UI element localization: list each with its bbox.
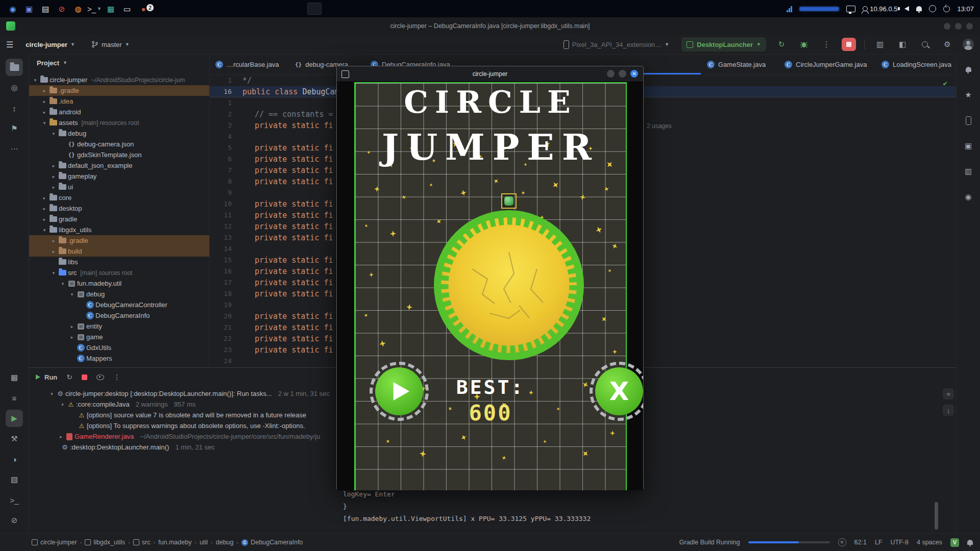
game-minimize-icon[interactable] — [607, 70, 615, 78]
tree-item-libgdx-utils[interactable]: ▾libgdx_utils — [29, 224, 209, 235]
soft-wrap-icon[interactable]: ≈ — [943, 388, 954, 399]
device-manager-icon[interactable] — [960, 112, 977, 129]
tree-item-debugcamerainfo[interactable]: CDebugCameraInfo — [29, 310, 209, 321]
maximize-button[interactable] — [955, 23, 962, 30]
assistant-icon[interactable]: ★ — [960, 86, 977, 104]
breadcrumb-item-debugcamerainfo[interactable]: CDebugCameraInfo — [241, 539, 303, 546]
exit-button[interactable]: X — [590, 362, 643, 421]
tree-item-ui[interactable]: ▸ui — [29, 182, 209, 192]
play-button[interactable] — [370, 362, 429, 421]
commit-icon[interactable]: ◎ — [6, 79, 23, 96]
breadcrumb-item-src[interactable]: src — [133, 539, 151, 546]
project-widget[interactable]: circle-jumper ▼ — [21, 39, 79, 51]
tab-circlejumpergame-java[interactable]: CCircleJumperGame.java — [778, 54, 875, 74]
rerun-icon[interactable]: ↻ — [66, 373, 72, 381]
network-indicator[interactable]: 10.96.0.5 — [863, 5, 897, 13]
vcs-branch-widget[interactable]: master ▼ — [87, 39, 134, 51]
file-encoding[interactable]: UTF-8 — [891, 539, 909, 546]
tree-item-default-json-example[interactable]: ▸default_json_example — [29, 160, 209, 171]
search-everywhere-button[interactable] — [918, 37, 932, 52]
tree-item-android[interactable]: ▸android — [29, 107, 209, 117]
services-icon[interactable]: ▦ — [6, 369, 23, 386]
usages-hint[interactable]: 2 usages — [647, 122, 672, 130]
tree-item-gameplay[interactable]: ▸gameplay — [29, 171, 209, 182]
minimize-button[interactable] — [944, 23, 950, 30]
tree-item-libs[interactable]: libs — [29, 257, 209, 267]
browser-icon[interactable]: ◍ — [71, 3, 85, 15]
tree-item-gdxskintemplate-json[interactable]: {}gdxSkinTemplate.json — [29, 149, 209, 160]
run-tree-row-3[interactable]: ⚠[options] source value 7 is obsolete an… — [29, 410, 339, 420]
breadcrumb-item-util[interactable]: util — [200, 539, 208, 546]
pull-requests-icon[interactable]: ↕ — [6, 99, 23, 117]
notifications-bell-icon[interactable] — [916, 6, 922, 11]
breadcrumb-item-fun-madeby[interactable]: fun.madeby — [158, 539, 191, 546]
tree-item-gradle[interactable]: ▸gradle — [29, 214, 209, 224]
avatar[interactable] — [963, 39, 974, 50]
taskbar-window-button[interactable] — [307, 3, 322, 15]
indent-style[interactable]: 4 spaces — [917, 539, 942, 546]
tree-item-desktop[interactable]: ▸desktop — [29, 203, 209, 214]
files-icon[interactable]: ▤ — [39, 3, 52, 15]
app-menu-icon[interactable]: ◉ — [6, 3, 19, 15]
plugins-icon[interactable]: ◧ — [895, 37, 910, 52]
volume-icon[interactable] — [904, 6, 909, 11]
filter-icon[interactable] — [96, 374, 104, 380]
inspections-ok-icon[interactable]: ✔ — [943, 79, 947, 87]
tab-gamestate-java[interactable]: CGameState.java — [701, 54, 778, 74]
tree-item-mappers[interactable]: CMappers — [29, 353, 209, 364]
console-scrollbar[interactable] — [935, 502, 938, 530]
power-icon[interactable] — [943, 6, 950, 12]
settings-button[interactable]: ⚙ — [940, 37, 954, 52]
caret-position[interactable]: 62:1 — [854, 539, 867, 546]
bookmarks-icon[interactable]: ⚑ — [6, 120, 23, 137]
dnd-icon[interactable]: ⊘ — [55, 3, 68, 15]
structure-icon[interactable]: ≡ — [6, 389, 23, 407]
run-icon[interactable]: ▶ — [6, 410, 23, 427]
terminal-icon[interactable]: >_ — [6, 491, 23, 509]
game-window[interactable]: circle-jumper ✕ CIRCLE JUMPER — [336, 66, 644, 490]
capture-icon[interactable]: ▦ — [104, 3, 117, 15]
close-button[interactable] — [966, 23, 973, 30]
profiler-icon[interactable]: ◑ — [6, 450, 23, 468]
notifications-icon[interactable] — [967, 540, 973, 545]
breadcrumb-item-debug[interactable]: debug — [216, 539, 234, 546]
tree-item-debugcameracontroller[interactable]: CDebugCameraController — [29, 299, 209, 310]
run-console-output[interactable]: logKey= Enter}[fun.madeby.util.ViewportU… — [343, 488, 591, 525]
tree-item-debug-camera-json[interactable]: {}debug-camera.json — [29, 139, 209, 149]
app-inspection-icon[interactable]: ◉ — [960, 188, 977, 206]
more-actions-icon[interactable]: ⋮ — [819, 37, 834, 52]
scroll-to-end-icon[interactable]: ↓ — [943, 405, 954, 416]
tree-item-assets[interactable]: ▾assets[main] resources root — [29, 117, 209, 128]
breadcrumb-item-circle-jumper[interactable]: circle-jumper — [32, 539, 77, 546]
game-viewport[interactable]: CIRCLE JUMPER — [337, 82, 643, 490]
game-maximize-icon[interactable] — [619, 70, 626, 78]
tree-item-entity[interactable]: ▸entity — [29, 321, 209, 332]
more-tools-icon[interactable]: ⋯ — [6, 140, 23, 158]
tree-item-circle-jumper[interactable]: ▾circle-jumper~/AndroidStudioProjects/ci… — [29, 74, 209, 85]
terminal-icon[interactable]: >_▼ — [88, 3, 101, 15]
run-options-icon[interactable]: ⋮ — [113, 373, 120, 381]
project-icon[interactable] — [6, 59, 23, 76]
running-devices-icon[interactable]: ▣ — [960, 137, 977, 155]
problems-icon[interactable]: ⊘ — [6, 512, 23, 529]
project-panel-header[interactable]: Project ▼ — [29, 54, 209, 71]
run-tree-row-4[interactable]: ⚠[options] To suppress warnings about ob… — [29, 420, 339, 431]
debug-button[interactable] — [797, 37, 811, 52]
cancel-build-icon[interactable]: ✕ — [838, 538, 846, 546]
breadcrumb-item-libgdx-utils[interactable]: libgdx_utils — [85, 539, 125, 546]
run-tree-row-5[interactable]: ▸GameRenderer.java~/AndroidStudioProject… — [29, 431, 339, 442]
build-icon[interactable]: ⚒ — [6, 430, 23, 447]
stop-process-icon[interactable] — [82, 374, 87, 380]
recorder-icon[interactable]: ●2 — [137, 3, 150, 15]
tool-windows-icon[interactable]: ▥ — [873, 37, 887, 52]
game-window-titlebar[interactable]: circle-jumper ✕ — [337, 66, 643, 82]
tree-item-src[interactable]: ▾src[main] sources root — [29, 267, 209, 278]
layout-inspector-icon[interactable]: ▥ — [960, 163, 977, 180]
tree-item-build[interactable]: ▸build — [29, 246, 209, 257]
notifications-icon[interactable] — [960, 61, 977, 78]
tree-item-fun-madeby-util[interactable]: ▾fun.madeby.util — [29, 278, 209, 289]
tree-item--gradle[interactable]: ▸.gradle — [29, 85, 209, 96]
main-menu-icon[interactable]: ☰ — [6, 40, 13, 49]
status-circle-icon[interactable] — [929, 5, 936, 12]
line-separator[interactable]: LF — [875, 539, 883, 546]
